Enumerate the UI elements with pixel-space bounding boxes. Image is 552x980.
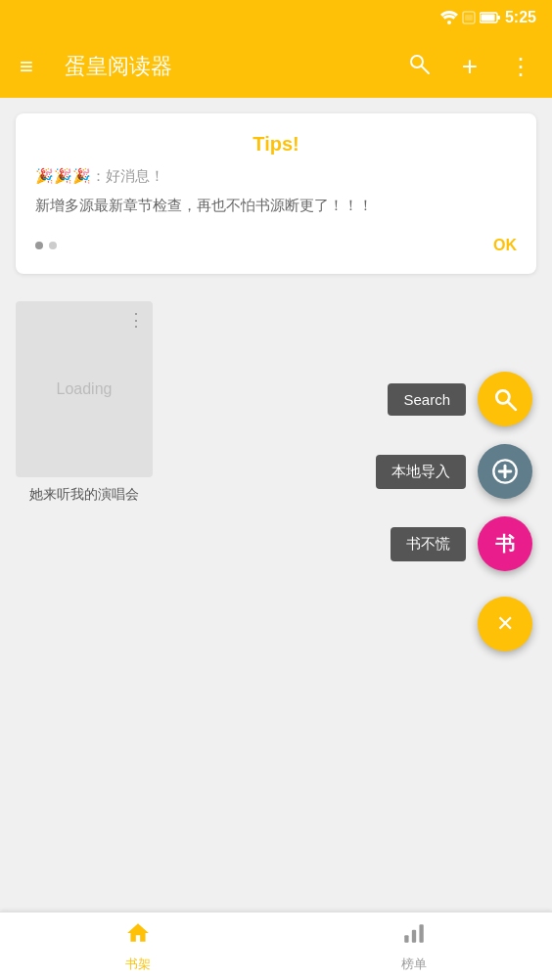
rankings-label: 榜单	[401, 956, 427, 973]
more-icon[interactable]: ⋮	[501, 45, 540, 88]
svg-rect-13	[404, 935, 408, 943]
book-title: 她来听我的演唱会	[16, 485, 153, 505]
tips-body: 新增多源最新章节检查，再也不怕书源断更了！！！	[35, 194, 517, 217]
close-icon: ✕	[496, 611, 514, 637]
app-bar: ≡ 蛋皇阅读器 + ⋮	[0, 35, 552, 98]
bookshelf-icon	[125, 920, 151, 952]
rankings-icon	[401, 920, 427, 952]
status-icons: 5:25	[440, 9, 536, 26]
app-title: 蛋皇阅读器	[65, 52, 384, 81]
book-cover[interactable]: Loading ⋮	[16, 301, 153, 477]
battery-icon	[480, 11, 501, 24]
svg-rect-5	[481, 15, 494, 22]
book-source-fab-row: 书不慌 书	[391, 516, 532, 571]
fab-container: Search 本地导入 书不慌 书	[376, 372, 532, 892]
dot-2	[49, 242, 57, 249]
svg-rect-15	[419, 924, 423, 942]
svg-rect-14	[412, 929, 416, 942]
book-source-btn-text: 书	[495, 531, 515, 557]
ok-button[interactable]: OK	[493, 237, 517, 254]
dot-1	[35, 242, 43, 249]
book-loading-text: Loading	[57, 380, 113, 398]
svg-rect-4	[497, 16, 500, 20]
add-icon[interactable]: +	[454, 43, 485, 90]
svg-point-0	[447, 21, 451, 24]
main-content: Tips! 🎉🎉🎉：好消息！ 新增多源最新章节检查，再也不怕书源断更了！！！ O…	[0, 98, 552, 912]
bottom-nav: 书架 榜单	[0, 912, 552, 980]
book-source-label[interactable]: 书不慌	[391, 527, 466, 561]
wifi-icon	[440, 11, 458, 24]
svg-point-6	[411, 56, 423, 67]
search-fab-btn[interactable]	[478, 372, 532, 426]
bookshelf-label: 书架	[125, 956, 151, 973]
tips-footer: OK	[35, 237, 517, 254]
search-label[interactable]: Search	[388, 383, 466, 416]
nav-bookshelf[interactable]: 书架	[0, 913, 276, 980]
search-icon[interactable]	[399, 44, 438, 89]
book-source-fab-btn[interactable]: 书	[478, 516, 532, 571]
tips-subtitle: 🎉🎉🎉：好消息！	[35, 167, 517, 186]
menu-icon[interactable]: ≡	[12, 45, 41, 88]
tips-title: Tips!	[35, 133, 517, 156]
book-card: Loading ⋮ 她来听我的演唱会	[16, 301, 153, 505]
local-import-fab-btn[interactable]	[478, 444, 532, 499]
tips-card: Tips! 🎉🎉🎉：好消息！ 新增多源最新章节检查，再也不怕书源断更了！！！ O…	[16, 113, 536, 274]
sim-icon	[462, 11, 476, 24]
close-fab-btn[interactable]: ✕	[478, 597, 532, 651]
tips-pagination	[35, 242, 57, 249]
status-time: 5:25	[505, 9, 536, 26]
search-fab-row: Search	[388, 372, 532, 426]
local-import-label[interactable]: 本地导入	[376, 455, 466, 489]
local-import-fab-row: 本地导入	[376, 444, 532, 499]
svg-line-7	[422, 67, 429, 73]
svg-rect-2	[465, 15, 473, 21]
nav-rankings[interactable]: 榜单	[276, 913, 552, 980]
svg-line-9	[508, 402, 516, 410]
status-bar: 5:25	[0, 0, 552, 35]
book-menu-icon[interactable]: ⋮	[127, 309, 145, 331]
